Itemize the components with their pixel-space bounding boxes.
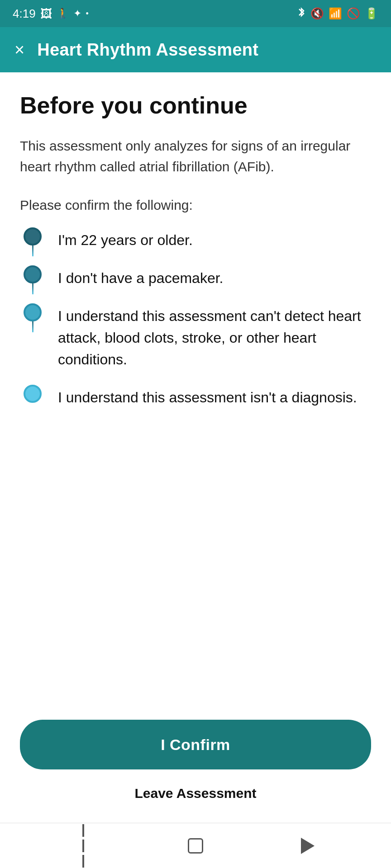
nav-home-button[interactable] xyxy=(182,832,209,859)
bottom-area: I Confirm Leave Assessment xyxy=(0,720,391,823)
block-icon: 🚫 xyxy=(347,7,360,20)
nav-back-button[interactable] xyxy=(294,832,321,859)
app-header: × Heart Rhythm Assessment xyxy=(0,27,391,72)
confirm-label: Please confirm the following: xyxy=(20,198,371,213)
status-bar-right: 🔇 📶 🚫 🔋 xyxy=(297,6,378,21)
wifi-icon: 📶 xyxy=(329,7,342,20)
grid-icon: ✦ xyxy=(73,8,81,19)
checklist-item-3: I understand this assessment can't detec… xyxy=(20,303,371,385)
checklist-item-4: I understand this assessment isn't a dia… xyxy=(20,385,371,423)
battery-icon: 🔋 xyxy=(365,7,378,20)
checklist: I'm 22 years or older. I don't have a pa… xyxy=(20,227,371,423)
checklist-dot-3 xyxy=(24,303,42,321)
main-content: Before you continue This assessment only… xyxy=(0,72,391,585)
page-heading: Before you continue xyxy=(20,92,371,119)
status-time: 4:19 xyxy=(13,7,36,21)
checklist-text-4: I understand this assessment isn't a dia… xyxy=(58,385,357,423)
checklist-item-2: I don't have a pacemaker. xyxy=(20,265,371,303)
connector-3 xyxy=(32,321,33,332)
connector-2 xyxy=(32,283,33,294)
dot-icon: • xyxy=(86,9,89,19)
status-bar: 4:19 🖼 🚶 ✦ • 🔇 📶 🚫 🔋 xyxy=(0,0,391,27)
confirm-button[interactable]: I Confirm xyxy=(20,720,371,769)
photo-icon: 🖼 xyxy=(40,7,52,21)
checklist-dot-1 xyxy=(24,227,42,245)
checklist-dot-2 xyxy=(24,265,42,283)
close-button[interactable]: × xyxy=(14,41,24,58)
intro-text: This assessment only analyzes for signs … xyxy=(20,136,371,178)
connector-1 xyxy=(32,245,33,256)
nav-recent-apps-button[interactable] xyxy=(70,832,97,859)
nav-bar xyxy=(0,823,391,868)
checklist-item-1: I'm 22 years or older. xyxy=(20,227,371,265)
leave-assessment-button[interactable]: Leave Assessment xyxy=(134,782,256,805)
checklist-dot-4 xyxy=(24,385,42,403)
header-title: Heart Rhythm Assessment xyxy=(37,40,258,60)
bluetooth-icon xyxy=(297,6,306,21)
checklist-text-1: I'm 22 years or older. xyxy=(58,227,193,265)
mute-icon: 🔇 xyxy=(310,7,324,20)
checklist-text-3: I understand this assessment can't detec… xyxy=(58,303,371,385)
status-bar-left: 4:19 🖼 🚶 ✦ • xyxy=(13,7,89,21)
person-icon: 🚶 xyxy=(57,8,69,19)
checklist-text-2: I don't have a pacemaker. xyxy=(58,265,223,303)
